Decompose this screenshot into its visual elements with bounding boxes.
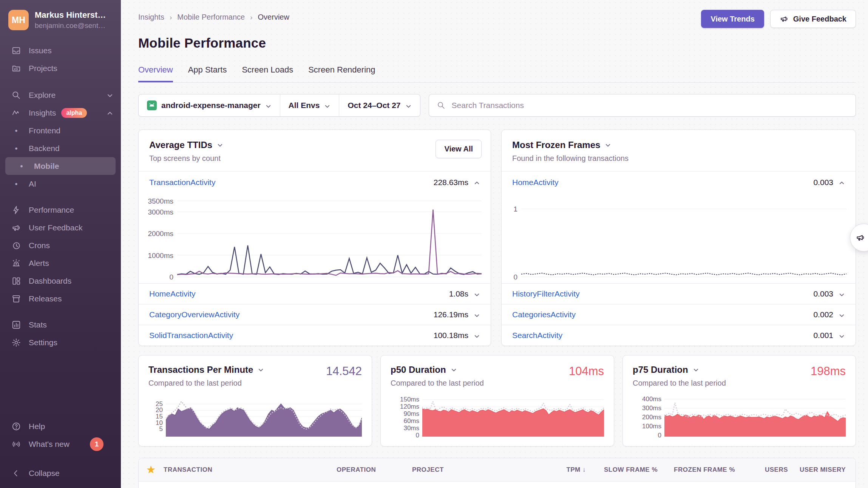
column-header-user-misery[interactable]: USER MISERY <box>788 466 856 474</box>
tab-app-starts[interactable]: App Starts <box>188 65 227 82</box>
panel-row[interactable]: HomeActivity1.08s <box>139 283 491 304</box>
panel-subtitle: Found in the following transactions <box>512 154 845 163</box>
nav-footer: HelpWhat's new1Collapse <box>0 417 121 482</box>
sidebar-item-label: Performance <box>29 205 74 215</box>
sidebar-item-label: Issues <box>29 46 52 55</box>
chevron-down-icon[interactable] <box>839 291 845 297</box>
chevron-down-icon[interactable] <box>217 142 223 148</box>
transaction-link[interactable]: CategoriesActivity <box>512 310 576 319</box>
megaphone-icon <box>856 233 865 242</box>
sidebar-item-alerts[interactable]: Alerts <box>0 254 121 272</box>
sidebar-item-frontend[interactable]: •Frontend <box>0 122 121 139</box>
most-frozen-frames-panel: Most Frozen Frames Found in the followin… <box>501 130 856 346</box>
metric-title: p75 Duration <box>633 364 688 375</box>
environment-filter[interactable]: All Envs <box>280 94 339 116</box>
chart-plot <box>166 396 362 437</box>
sidebar-item-settings[interactable]: Settings <box>0 334 121 351</box>
sidebar-item-releases[interactable]: Releases <box>0 290 121 307</box>
transaction-link[interactable]: HomeActivity <box>512 178 559 187</box>
transaction-link[interactable]: SearchActivity <box>512 331 562 340</box>
chevron-down-icon[interactable] <box>474 312 480 318</box>
sidebar-item-performance[interactable]: Performance <box>0 201 121 219</box>
nav-insights-children: •Frontend•Backend•Mobile•AI <box>0 122 121 193</box>
column-header-project[interactable]: PROJECT <box>412 466 537 474</box>
project-filter[interactable]: android-expense-manager <box>139 94 280 116</box>
user-menu[interactable]: MH Markus Hinterst… benjamin.coe@sent… <box>0 0 121 42</box>
panel-row[interactable]: SolidTransactionActivity100.18ms <box>139 325 491 346</box>
transaction-link[interactable]: CategoryOverviewActivity <box>149 310 239 319</box>
column-header-operation[interactable]: OPERATION <box>337 466 412 474</box>
transaction-link[interactable]: SolidTransactionActivity <box>149 331 233 340</box>
megaphone-icon <box>11 223 21 233</box>
date-range-filter[interactable]: Oct 24–Oct 27 <box>339 94 420 116</box>
sidebar-item-ai[interactable]: •AI <box>0 175 121 193</box>
sidebar-item-collapse[interactable]: Collapse <box>0 464 121 482</box>
tab-screen-loads[interactable]: Screen Loads <box>242 65 293 82</box>
favorite-column-icon[interactable]: ★ <box>139 464 164 475</box>
table-body: ☆TransactionActivityui.loadandroid-expen… <box>139 482 856 488</box>
breadcrumb-separator: › <box>250 13 252 22</box>
row-value: 0.001 <box>813 331 833 340</box>
chevron-down-icon[interactable] <box>839 332 845 339</box>
ttid-expanded-row[interactable]: TransactionActivity 228.63ms <box>139 171 491 193</box>
sidebar-item-explore[interactable]: Explore <box>0 86 121 104</box>
topbar: Insights›Mobile Performance›Overview Vie… <box>138 10 856 28</box>
search-transactions-box <box>429 94 856 117</box>
y-axis-labels: 150ms120ms90ms60ms30ms0 <box>391 396 422 437</box>
panel-row[interactable]: CategoryOverviewActivity126.19ms <box>139 304 491 325</box>
tpm-chart: 252015105 <box>148 396 362 437</box>
tab-bar: OverviewApp StartsScreen LoadsScreen Ren… <box>138 65 856 83</box>
chevron-down-icon[interactable] <box>605 142 611 148</box>
breadcrumb-item[interactable]: Mobile Performance <box>177 13 245 22</box>
transaction-link[interactable]: HistoryFilterActivity <box>512 289 580 298</box>
panel-row[interactable]: HistoryFilterActivity0.003 <box>502 283 856 304</box>
chevron-down-icon[interactable] <box>839 312 845 318</box>
sidebar-item-crons[interactable]: Crons <box>0 236 121 254</box>
chevron-down-icon[interactable] <box>693 367 699 373</box>
chevron-up-icon[interactable] <box>474 179 480 185</box>
sidebar-item-backend[interactable]: •Backend <box>0 139 121 157</box>
sidebar-item-issues[interactable]: Issues <box>0 42 121 59</box>
column-header-frozen-frame-[interactable]: FROZEN FRAME % <box>658 466 735 474</box>
column-header-transaction[interactable]: TRANSACTION <box>164 466 337 474</box>
whats-new-badge: 1 <box>90 437 103 451</box>
chevron-down-icon[interactable] <box>451 367 457 373</box>
sidebar-item-label: Explore <box>29 91 56 100</box>
sidebar-item-what-s-new[interactable]: What's new1 <box>0 435 121 453</box>
transaction-link[interactable]: TransactionActivity <box>149 178 215 187</box>
chart-plot <box>422 396 604 437</box>
view-all-button[interactable]: View All <box>436 140 482 158</box>
sidebar-item-projects[interactable]: Projects <box>0 59 121 77</box>
tab-screen-rendering[interactable]: Screen Rendering <box>308 65 375 82</box>
sidebar-item-help[interactable]: Help <box>0 417 121 435</box>
sidebar-item-user-feedback[interactable]: User Feedback <box>0 219 121 236</box>
chevron-down-icon[interactable] <box>474 291 480 297</box>
panel-row[interactable]: CategoriesActivity0.002 <box>502 304 856 325</box>
chart-plot <box>177 197 482 278</box>
column-header-slow-frame-[interactable]: SLOW FRAME % <box>586 466 658 474</box>
tab-overview[interactable]: Overview <box>138 65 173 82</box>
column-header-tpm[interactable]: TPM ↓ <box>537 466 586 474</box>
sidebar-item-mobile[interactable]: •Mobile <box>5 157 116 175</box>
metrics-row: Transactions Per MinuteCompared to the l… <box>138 355 856 446</box>
column-header-users[interactable]: USERS <box>735 466 788 474</box>
chevron-up-icon <box>107 110 113 116</box>
chevron-down-icon[interactable] <box>258 367 264 373</box>
panel-row[interactable]: SearchActivity0.001 <box>502 325 856 346</box>
give-feedback-button[interactable]: Give Feedback <box>770 10 856 28</box>
search-icon <box>11 90 21 100</box>
transaction-link[interactable]: HomeActivity <box>149 289 196 298</box>
search-icon <box>437 101 446 110</box>
frozen-expanded-row[interactable]: HomeActivity 0.003 <box>502 171 856 193</box>
sidebar-item-stats[interactable]: Stats <box>0 316 121 334</box>
sidebar-item-insights[interactable]: Insights alpha <box>0 104 121 122</box>
chevron-down-icon[interactable] <box>474 332 480 339</box>
chevron-up-icon[interactable] <box>839 179 845 185</box>
sidebar-item-dashboards[interactable]: Dashboards <box>0 272 121 290</box>
search-transactions-input[interactable] <box>451 100 848 110</box>
help-icon <box>11 422 21 431</box>
header-actions: View Trends Give Feedback <box>701 10 856 28</box>
android-project-icon <box>147 100 157 110</box>
view-trends-button[interactable]: View Trends <box>701 10 764 28</box>
breadcrumb-item[interactable]: Insights <box>138 13 164 22</box>
